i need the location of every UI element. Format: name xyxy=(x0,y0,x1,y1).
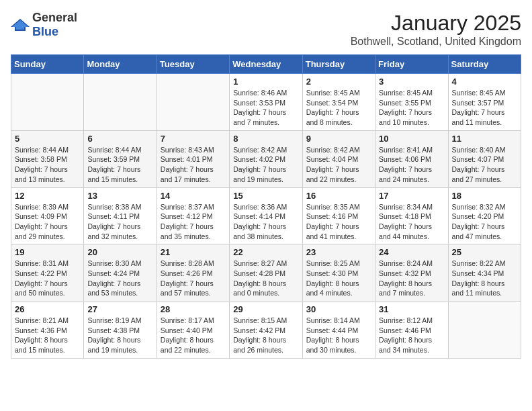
weekday-header: Friday xyxy=(375,55,448,74)
day-info: Sunrise: 8:46 AM Sunset: 3:53 PM Dayligh… xyxy=(233,88,298,128)
day-number: 20 xyxy=(87,247,152,257)
logo-general: General xyxy=(32,11,77,24)
weekday-header: Monday xyxy=(84,55,157,74)
weekday-header: Tuesday xyxy=(157,55,229,74)
day-info: Sunrise: 8:45 AM Sunset: 3:57 PM Dayligh… xyxy=(452,88,517,128)
calendar-cell: 1Sunrise: 8:46 AM Sunset: 3:53 PM Daylig… xyxy=(230,74,302,131)
day-number: 13 xyxy=(87,191,152,201)
day-info: Sunrise: 8:32 AM Sunset: 4:20 PM Dayligh… xyxy=(452,202,517,242)
calendar-table: SundayMondayTuesdayWednesdayThursdayFrid… xyxy=(11,54,521,359)
calendar-cell: 12Sunrise: 8:39 AM Sunset: 4:09 PM Dayli… xyxy=(11,187,84,244)
calendar-cell: 9Sunrise: 8:42 AM Sunset: 4:04 PM Daylig… xyxy=(302,130,375,187)
calendar-header-row: SundayMondayTuesdayWednesdayThursdayFrid… xyxy=(11,55,521,74)
calendar-cell: 10Sunrise: 8:41 AM Sunset: 4:06 PM Dayli… xyxy=(375,130,448,187)
day-info: Sunrise: 8:14 AM Sunset: 4:44 PM Dayligh… xyxy=(306,316,371,355)
day-number: 17 xyxy=(379,191,444,201)
calendar-cell: 22Sunrise: 8:27 AM Sunset: 4:28 PM Dayli… xyxy=(230,244,302,302)
calendar-cell: 14Sunrise: 8:37 AM Sunset: 4:12 PM Dayli… xyxy=(157,187,229,244)
calendar-cell: 15Sunrise: 8:36 AM Sunset: 4:14 PM Dayli… xyxy=(230,187,302,244)
day-info: Sunrise: 8:40 AM Sunset: 4:07 PM Dayligh… xyxy=(452,145,517,185)
title-block: January 2025 Bothwell, Scotland, United … xyxy=(351,11,521,48)
day-info: Sunrise: 8:37 AM Sunset: 4:12 PM Dayligh… xyxy=(161,202,226,242)
day-info: Sunrise: 8:17 AM Sunset: 4:40 PM Dayligh… xyxy=(161,316,226,355)
day-number: 29 xyxy=(233,304,298,314)
day-number: 14 xyxy=(161,191,226,201)
day-info: Sunrise: 8:45 AM Sunset: 3:55 PM Dayligh… xyxy=(379,88,444,128)
day-info: Sunrise: 8:22 AM Sunset: 4:34 PM Dayligh… xyxy=(452,259,517,298)
day-info: Sunrise: 8:27 AM Sunset: 4:28 PM Dayligh… xyxy=(233,259,298,298)
calendar-cell xyxy=(84,74,157,131)
calendar-cell: 25Sunrise: 8:22 AM Sunset: 4:34 PM Dayli… xyxy=(448,244,521,302)
day-number: 19 xyxy=(15,247,80,257)
day-number: 21 xyxy=(161,247,226,257)
day-number: 4 xyxy=(452,77,517,87)
day-number: 7 xyxy=(161,134,226,144)
calendar-cell: 27Sunrise: 8:19 AM Sunset: 4:38 PM Dayli… xyxy=(84,302,157,359)
day-number: 16 xyxy=(306,191,371,201)
calendar-week-row: 12Sunrise: 8:39 AM Sunset: 4:09 PM Dayli… xyxy=(11,187,521,244)
logo-blue: Blue xyxy=(32,25,58,38)
day-info: Sunrise: 8:42 AM Sunset: 4:04 PM Dayligh… xyxy=(306,145,371,185)
day-info: Sunrise: 8:31 AM Sunset: 4:22 PM Dayligh… xyxy=(15,259,80,298)
calendar-cell: 23Sunrise: 8:25 AM Sunset: 4:30 PM Dayli… xyxy=(302,244,375,302)
day-number: 22 xyxy=(233,247,298,257)
page-header: General Blue January 2025 Bothwell, Scot… xyxy=(11,11,521,48)
calendar-cell xyxy=(157,74,229,131)
day-info: Sunrise: 8:44 AM Sunset: 3:59 PM Dayligh… xyxy=(87,145,152,185)
calendar-cell: 5Sunrise: 8:44 AM Sunset: 3:58 PM Daylig… xyxy=(11,130,84,187)
day-info: Sunrise: 8:19 AM Sunset: 4:38 PM Dayligh… xyxy=(87,316,152,355)
day-number: 18 xyxy=(452,191,517,201)
logo: General Blue xyxy=(11,11,77,39)
day-number: 9 xyxy=(306,134,371,144)
day-number: 31 xyxy=(379,304,444,314)
calendar-cell: 13Sunrise: 8:38 AM Sunset: 4:11 PM Dayli… xyxy=(84,187,157,244)
day-info: Sunrise: 8:36 AM Sunset: 4:14 PM Dayligh… xyxy=(233,202,298,242)
location-title: Bothwell, Scotland, United Kingdom xyxy=(351,36,521,48)
day-info: Sunrise: 8:44 AM Sunset: 3:58 PM Dayligh… xyxy=(15,145,80,185)
calendar-cell: 30Sunrise: 8:14 AM Sunset: 4:44 PM Dayli… xyxy=(302,302,375,359)
calendar-week-row: 26Sunrise: 8:21 AM Sunset: 4:36 PM Dayli… xyxy=(11,302,521,359)
day-info: Sunrise: 8:35 AM Sunset: 4:16 PM Dayligh… xyxy=(306,202,371,242)
day-info: Sunrise: 8:41 AM Sunset: 4:06 PM Dayligh… xyxy=(379,145,444,185)
calendar-cell: 3Sunrise: 8:45 AM Sunset: 3:55 PM Daylig… xyxy=(375,74,448,131)
day-number: 26 xyxy=(15,304,80,314)
calendar-cell: 31Sunrise: 8:12 AM Sunset: 4:46 PM Dayli… xyxy=(375,302,448,359)
day-number: 6 xyxy=(87,134,152,144)
day-number: 30 xyxy=(306,304,371,314)
calendar-cell: 21Sunrise: 8:28 AM Sunset: 4:26 PM Dayli… xyxy=(157,244,229,302)
calendar-cell: 28Sunrise: 8:17 AM Sunset: 4:40 PM Dayli… xyxy=(157,302,229,359)
day-number: 1 xyxy=(233,77,298,87)
weekday-header: Thursday xyxy=(302,55,375,74)
calendar-cell: 17Sunrise: 8:34 AM Sunset: 4:18 PM Dayli… xyxy=(375,187,448,244)
calendar-cell: 29Sunrise: 8:15 AM Sunset: 4:42 PM Dayli… xyxy=(230,302,302,359)
day-number: 10 xyxy=(379,134,444,144)
day-info: Sunrise: 8:15 AM Sunset: 4:42 PM Dayligh… xyxy=(233,316,298,355)
calendar-cell: 2Sunrise: 8:45 AM Sunset: 3:54 PM Daylig… xyxy=(302,74,375,131)
day-info: Sunrise: 8:45 AM Sunset: 3:54 PM Dayligh… xyxy=(306,88,371,128)
calendar-cell: 8Sunrise: 8:42 AM Sunset: 4:02 PM Daylig… xyxy=(230,130,302,187)
calendar-cell: 11Sunrise: 8:40 AM Sunset: 4:07 PM Dayli… xyxy=(448,130,521,187)
day-number: 28 xyxy=(161,304,226,314)
day-info: Sunrise: 8:38 AM Sunset: 4:11 PM Dayligh… xyxy=(87,202,152,242)
day-info: Sunrise: 8:25 AM Sunset: 4:30 PM Dayligh… xyxy=(306,259,371,298)
calendar-cell: 26Sunrise: 8:21 AM Sunset: 4:36 PM Dayli… xyxy=(11,302,84,359)
weekday-header: Sunday xyxy=(11,55,84,74)
calendar-cell: 24Sunrise: 8:24 AM Sunset: 4:32 PM Dayli… xyxy=(375,244,448,302)
day-info: Sunrise: 8:12 AM Sunset: 4:46 PM Dayligh… xyxy=(379,316,444,355)
day-number: 15 xyxy=(233,191,298,201)
day-number: 24 xyxy=(379,247,444,257)
day-info: Sunrise: 8:24 AM Sunset: 4:32 PM Dayligh… xyxy=(379,259,444,298)
day-info: Sunrise: 8:39 AM Sunset: 4:09 PM Dayligh… xyxy=(15,202,80,242)
day-info: Sunrise: 8:30 AM Sunset: 4:24 PM Dayligh… xyxy=(87,259,152,298)
month-title: January 2025 xyxy=(351,11,521,36)
day-info: Sunrise: 8:28 AM Sunset: 4:26 PM Dayligh… xyxy=(161,259,226,298)
calendar-cell xyxy=(448,302,521,359)
day-number: 2 xyxy=(306,77,371,87)
day-number: 23 xyxy=(306,247,371,257)
day-number: 25 xyxy=(452,247,517,257)
calendar-cell: 16Sunrise: 8:35 AM Sunset: 4:16 PM Dayli… xyxy=(302,187,375,244)
calendar-cell: 19Sunrise: 8:31 AM Sunset: 4:22 PM Dayli… xyxy=(11,244,84,302)
day-info: Sunrise: 8:43 AM Sunset: 4:01 PM Dayligh… xyxy=(161,145,226,185)
weekday-header: Saturday xyxy=(448,55,521,74)
calendar-cell xyxy=(11,74,84,131)
